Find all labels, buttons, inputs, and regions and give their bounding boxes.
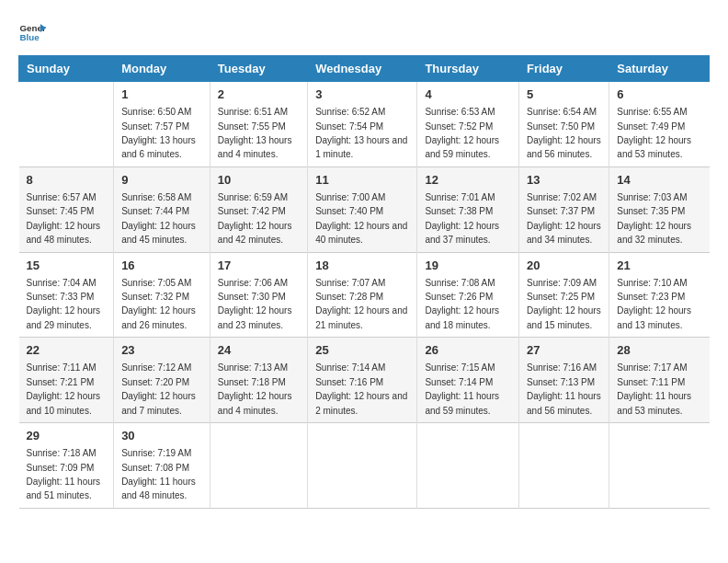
calendar-cell: 24Sunrise: 7:13 AMSunset: 7:18 PMDayligh… <box>210 338 307 423</box>
cell-info: Sunrise: 7:08 AMSunset: 7:26 PMDaylight:… <box>425 278 499 330</box>
calendar-cell: 17Sunrise: 7:06 AMSunset: 7:30 PMDayligh… <box>210 252 307 338</box>
day-number: 24 <box>218 342 300 359</box>
cell-info: Sunrise: 6:53 AMSunset: 7:52 PMDaylight:… <box>425 107 499 159</box>
day-number: 27 <box>527 342 601 359</box>
calendar-cell: 2Sunrise: 6:51 AMSunset: 7:55 PMDaylight… <box>210 82 307 167</box>
header-thursday: Thursday <box>417 56 519 82</box>
page-header: General Blue <box>18 18 710 46</box>
cell-info: Sunrise: 7:00 AMSunset: 7:40 PMDaylight:… <box>315 192 407 245</box>
calendar-cell: 11Sunrise: 7:00 AMSunset: 7:40 PMDayligh… <box>308 167 417 252</box>
calendar-cell: 3Sunrise: 6:52 AMSunset: 7:54 PMDaylight… <box>308 82 417 167</box>
calendar-week-row: 29Sunrise: 7:18 AMSunset: 7:09 PMDayligh… <box>19 423 710 509</box>
calendar-cell: 30Sunrise: 7:19 AMSunset: 7:08 PMDayligh… <box>114 423 210 509</box>
calendar-cell <box>519 423 609 509</box>
day-number: 9 <box>121 172 202 189</box>
day-number: 13 <box>527 172 601 189</box>
calendar-cell <box>417 423 519 509</box>
day-number: 23 <box>121 342 202 359</box>
day-number: 15 <box>27 258 107 274</box>
calendar-cell <box>308 423 417 509</box>
calendar-cell: 27Sunrise: 7:16 AMSunset: 7:13 PMDayligh… <box>519 338 609 423</box>
calendar-cell: 4Sunrise: 6:53 AMSunset: 7:52 PMDaylight… <box>417 82 519 167</box>
cell-info: Sunrise: 7:07 AMSunset: 7:28 PMDaylight:… <box>315 278 407 330</box>
cell-info: Sunrise: 7:11 AMSunset: 7:21 PMDaylight:… <box>27 362 101 415</box>
calendar-cell: 5Sunrise: 6:54 AMSunset: 7:50 PMDaylight… <box>519 82 609 167</box>
calendar-cell: 21Sunrise: 7:10 AMSunset: 7:23 PMDayligh… <box>609 252 710 338</box>
day-number: 21 <box>617 258 701 274</box>
calendar-week-row: 22Sunrise: 7:11 AMSunset: 7:21 PMDayligh… <box>19 338 710 423</box>
cell-info: Sunrise: 7:15 AMSunset: 7:14 PMDaylight:… <box>425 362 499 415</box>
day-number: 3 <box>315 86 409 103</box>
cell-info: Sunrise: 7:19 AMSunset: 7:08 PMDaylight:… <box>121 448 196 500</box>
calendar-cell: 13Sunrise: 7:02 AMSunset: 7:37 PMDayligh… <box>519 167 609 252</box>
day-number: 2 <box>218 86 300 103</box>
header-wednesday: Wednesday <box>308 56 417 82</box>
day-number: 11 <box>315 172 409 189</box>
cell-info: Sunrise: 6:59 AMSunset: 7:42 PMDaylight:… <box>218 192 292 245</box>
cell-info: Sunrise: 6:50 AMSunset: 7:57 PMDaylight:… <box>121 107 196 159</box>
cell-info: Sunrise: 7:09 AMSunset: 7:25 PMDaylight:… <box>527 278 601 330</box>
calendar-cell <box>609 423 710 509</box>
day-number: 25 <box>315 342 409 359</box>
cell-info: Sunrise: 7:17 AMSunset: 7:11 PMDaylight:… <box>617 362 691 415</box>
calendar-cell: 22Sunrise: 7:11 AMSunset: 7:21 PMDayligh… <box>19 338 114 423</box>
cell-info: Sunrise: 6:52 AMSunset: 7:54 PMDaylight:… <box>315 107 407 159</box>
cell-info: Sunrise: 7:04 AMSunset: 7:33 PMDaylight:… <box>27 278 101 330</box>
calendar-cell <box>19 82 114 167</box>
day-number: 16 <box>121 258 202 274</box>
calendar-week-row: 1Sunrise: 6:50 AMSunset: 7:57 PMDaylight… <box>19 82 710 167</box>
cell-info: Sunrise: 7:03 AMSunset: 7:35 PMDaylight:… <box>617 192 691 245</box>
cell-info: Sunrise: 6:55 AMSunset: 7:49 PMDaylight:… <box>617 107 691 159</box>
day-number: 19 <box>425 258 511 274</box>
calendar-cell: 6Sunrise: 6:55 AMSunset: 7:49 PMDaylight… <box>609 82 710 167</box>
calendar-cell: 14Sunrise: 7:03 AMSunset: 7:35 PMDayligh… <box>609 167 710 252</box>
calendar-cell: 9Sunrise: 6:58 AMSunset: 7:44 PMDaylight… <box>114 167 210 252</box>
calendar-cell: 19Sunrise: 7:08 AMSunset: 7:26 PMDayligh… <box>417 252 519 338</box>
svg-text:Blue: Blue <box>20 32 40 42</box>
calendar-cell: 1Sunrise: 6:50 AMSunset: 7:57 PMDaylight… <box>114 82 210 167</box>
calendar-cell: 29Sunrise: 7:18 AMSunset: 7:09 PMDayligh… <box>19 423 114 509</box>
header-monday: Monday <box>114 56 210 82</box>
logo: General Blue <box>18 18 46 46</box>
calendar-header-row: SundayMondayTuesdayWednesdayThursdayFrid… <box>19 56 710 82</box>
calendar-cell: 16Sunrise: 7:05 AMSunset: 7:32 PMDayligh… <box>114 252 210 338</box>
calendar-cell: 28Sunrise: 7:17 AMSunset: 7:11 PMDayligh… <box>609 338 710 423</box>
cell-info: Sunrise: 6:57 AMSunset: 7:45 PMDaylight:… <box>27 192 101 245</box>
calendar-cell: 23Sunrise: 7:12 AMSunset: 7:20 PMDayligh… <box>114 338 210 423</box>
calendar-week-row: 8Sunrise: 6:57 AMSunset: 7:45 PMDaylight… <box>19 167 710 252</box>
day-number: 14 <box>617 172 701 189</box>
day-number: 22 <box>27 342 107 359</box>
header-tuesday: Tuesday <box>210 56 307 82</box>
calendar-cell: 8Sunrise: 6:57 AMSunset: 7:45 PMDaylight… <box>19 167 114 252</box>
cell-info: Sunrise: 7:14 AMSunset: 7:16 PMDaylight:… <box>315 362 407 415</box>
cell-info: Sunrise: 7:16 AMSunset: 7:13 PMDaylight:… <box>527 362 601 415</box>
calendar-table: SundayMondayTuesdayWednesdayThursdayFrid… <box>18 55 710 509</box>
day-number: 28 <box>617 342 701 359</box>
day-number: 18 <box>315 258 409 274</box>
day-number: 30 <box>121 428 202 444</box>
day-number: 10 <box>218 172 300 189</box>
cell-info: Sunrise: 7:06 AMSunset: 7:30 PMDaylight:… <box>218 278 292 330</box>
cell-info: Sunrise: 7:10 AMSunset: 7:23 PMDaylight:… <box>617 278 691 330</box>
header-friday: Friday <box>519 56 609 82</box>
calendar-cell: 26Sunrise: 7:15 AMSunset: 7:14 PMDayligh… <box>417 338 519 423</box>
cell-info: Sunrise: 6:58 AMSunset: 7:44 PMDaylight:… <box>121 192 196 245</box>
header-saturday: Saturday <box>609 56 710 82</box>
header-sunday: Sunday <box>19 56 114 82</box>
day-number: 1 <box>121 86 202 103</box>
day-number: 5 <box>527 86 601 103</box>
day-number: 4 <box>425 86 511 103</box>
day-number: 17 <box>218 258 300 274</box>
cell-info: Sunrise: 7:12 AMSunset: 7:20 PMDaylight:… <box>121 362 196 415</box>
cell-info: Sunrise: 6:51 AMSunset: 7:55 PMDaylight:… <box>218 107 292 159</box>
calendar-cell <box>210 423 307 509</box>
calendar-week-row: 15Sunrise: 7:04 AMSunset: 7:33 PMDayligh… <box>19 252 710 338</box>
day-number: 20 <box>527 258 601 274</box>
day-number: 6 <box>617 86 701 103</box>
cell-info: Sunrise: 7:05 AMSunset: 7:32 PMDaylight:… <box>121 278 196 330</box>
calendar-cell: 10Sunrise: 6:59 AMSunset: 7:42 PMDayligh… <box>210 167 307 252</box>
day-number: 29 <box>27 428 107 444</box>
calendar-cell: 12Sunrise: 7:01 AMSunset: 7:38 PMDayligh… <box>417 167 519 252</box>
cell-info: Sunrise: 7:02 AMSunset: 7:37 PMDaylight:… <box>527 192 601 245</box>
calendar-cell: 25Sunrise: 7:14 AMSunset: 7:16 PMDayligh… <box>308 338 417 423</box>
